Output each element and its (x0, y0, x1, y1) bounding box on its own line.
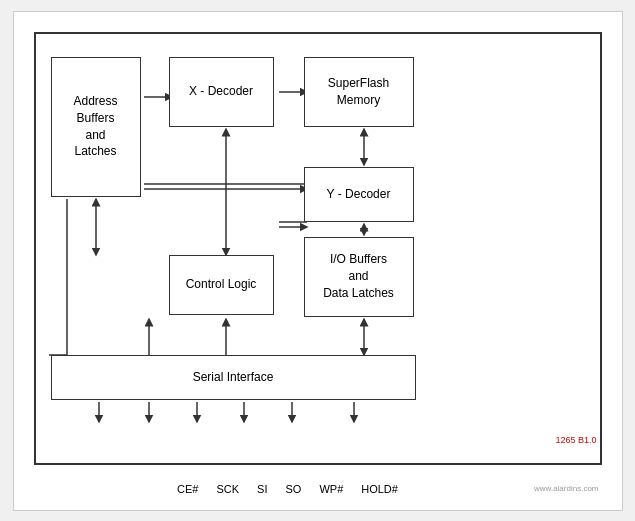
y-decoder-block: Y - Decoder (304, 167, 414, 222)
io-buffers-label: I/O Buffers and Data Latches (323, 251, 394, 301)
signal-ce: CE# (177, 483, 198, 495)
signal-sck: SCK (216, 483, 239, 495)
signal-si: SI (257, 483, 267, 495)
watermark: www.alardins.com (534, 484, 598, 493)
signal-wp: WP# (319, 483, 343, 495)
control-logic-block: Control Logic (169, 255, 274, 315)
x-decoder-block: X - Decoder (169, 57, 274, 127)
x-decoder-label: X - Decoder (189, 83, 253, 100)
signal-hold: HOLD# (361, 483, 398, 495)
address-buffers-label: Address Buffers and Latches (73, 93, 117, 160)
signal-area: CE# SCK SI SO WP# HOLD# (29, 465, 607, 495)
superflash-block: SuperFlash Memory (304, 57, 414, 127)
version-text: 1265 B1.0 (555, 435, 596, 445)
page: Address Buffers and Latches X - Decoder … (13, 11, 623, 511)
diagram: Address Buffers and Latches X - Decoder … (29, 27, 607, 495)
superflash-label: SuperFlash Memory (328, 75, 389, 109)
signal-so: SO (286, 483, 302, 495)
control-logic-label: Control Logic (186, 276, 257, 293)
address-buffers-block: Address Buffers and Latches (51, 57, 141, 197)
y-decoder-label: Y - Decoder (327, 186, 391, 203)
serial-interface-block: Serial Interface (51, 355, 416, 400)
io-buffers-block: I/O Buffers and Data Latches (304, 237, 414, 317)
serial-interface-label: Serial Interface (193, 369, 274, 386)
